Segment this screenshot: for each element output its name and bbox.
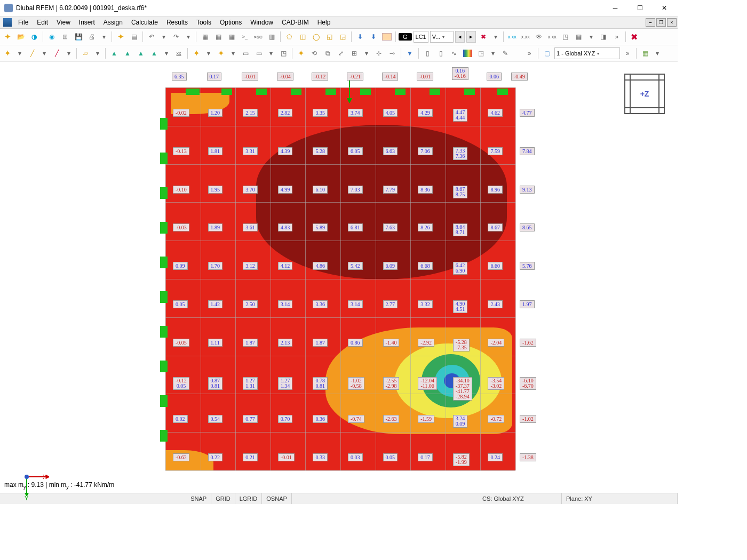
area-load-icon[interactable]: ▭	[240, 47, 251, 59]
status-lgrid[interactable]: LGRID	[235, 493, 263, 504]
support-1-icon[interactable]: ▲	[108, 47, 120, 59]
delete-results-icon[interactable]: ✖	[478, 31, 489, 43]
lasso-icon[interactable]: ◯	[310, 31, 322, 43]
cs-icon[interactable]: ▢	[541, 47, 553, 59]
move-tool-icon[interactable]: ✦	[295, 47, 307, 59]
mdi-minimize[interactable]: ‒	[646, 18, 655, 27]
menu-calculate[interactable]: Calculate	[127, 19, 162, 26]
view-dd[interactable]: ▾	[653, 47, 662, 59]
tool-dd[interactable]: ▾	[362, 47, 371, 59]
view-settings-icon[interactable]: ▦	[639, 47, 651, 59]
load-icon-2[interactable]: ⬇	[368, 31, 379, 43]
menu-window[interactable]: Window	[246, 19, 277, 26]
overflow-1[interactable]: »	[611, 31, 623, 43]
show-contour-icon[interactable]: ◨	[598, 31, 609, 43]
nodal-load-dd[interactable]: ▾	[204, 47, 213, 59]
loadcase-filter-combo[interactable]: V...▾	[430, 31, 454, 43]
release-icon[interactable]: xx	[173, 47, 185, 59]
navigation-cube[interactable]: +Z	[624, 74, 665, 114]
line-load-dd[interactable]: ▾	[228, 47, 238, 59]
undo-icon[interactable]: ↶	[146, 31, 157, 43]
show-mesh-icon[interactable]: x.xx	[520, 31, 531, 43]
solid-results-icon[interactable]: ◳	[475, 47, 487, 59]
line-icon[interactable]: ╱	[26, 47, 38, 59]
menu-cad-bim[interactable]: CAD-BIM	[277, 19, 313, 26]
show-solid-icon[interactable]: ▦	[573, 31, 585, 43]
clear-icon[interactable]: ✖	[629, 31, 640, 43]
filter-icon[interactable]: ▼	[404, 47, 416, 59]
window-select-icon[interactable]: ◫	[297, 31, 308, 43]
select-icon[interactable]: ⬠	[283, 31, 295, 43]
support-2-icon[interactable]: ▲	[122, 47, 133, 59]
nodal-load-icon[interactable]: ✦	[190, 47, 202, 59]
window-maximize[interactable]: ☐	[627, 0, 652, 16]
loadcase-prev[interactable]: ◄	[455, 31, 465, 43]
cs-combo[interactable]: 1 - Global XYZ▾	[554, 47, 620, 59]
star-btn-1[interactable]: ✦	[2, 47, 13, 59]
crossing-icon[interactable]: ◲	[337, 31, 348, 43]
support-4-icon[interactable]: ▲	[148, 47, 160, 59]
support-3-icon[interactable]: ▲	[135, 47, 147, 59]
section-2-icon[interactable]: ▯	[435, 47, 447, 59]
save-icon[interactable]: 💾	[73, 31, 84, 43]
show-dd[interactable]: ▾	[586, 31, 596, 43]
print-icon[interactable]: 🖨	[86, 31, 98, 43]
print-dropdown-icon[interactable]: ▾	[99, 31, 109, 43]
viewport[interactable]: +Z XY max my : 9.13 | min my : -41.77 kN…	[0, 62, 678, 493]
probe-icon[interactable]: ✎	[499, 47, 511, 59]
star-dd-1[interactable]: ▾	[15, 47, 25, 59]
new-icon[interactable]: ✦	[2, 31, 13, 43]
solid-load-icon[interactable]: ▭	[253, 47, 265, 59]
menu-help[interactable]: Help	[313, 19, 335, 26]
open-icon[interactable]: 📂	[15, 31, 27, 43]
block-manager-icon[interactable]: ◑	[28, 31, 40, 43]
report-icon[interactable]: ▤	[128, 31, 140, 43]
mirror-tool-icon[interactable]: ⧉	[322, 47, 333, 59]
load-icon-1[interactable]: ⬇	[354, 31, 366, 43]
surface-dd[interactable]: ▾	[93, 47, 102, 59]
line-dd[interactable]: ▾	[39, 47, 49, 59]
window-close[interactable]: ✕	[652, 0, 677, 16]
solid-load-dd[interactable]: ▾	[266, 47, 276, 59]
line-load-icon[interactable]: ✦	[215, 47, 227, 59]
surface-icon[interactable]: ▱	[80, 47, 91, 59]
model-check-icon[interactable]: ◉	[46, 31, 58, 43]
mesh-icon[interactable]: ⊞	[59, 31, 71, 43]
menu-insert[interactable]: Insert	[75, 19, 99, 26]
script-icon[interactable]: >SC	[252, 31, 264, 43]
curve-dd[interactable]: ▾	[64, 47, 74, 59]
trim-icon[interactable]: ⊸	[386, 47, 398, 59]
status-grid[interactable]: GRID	[211, 493, 235, 504]
window-minimize[interactable]: ─	[603, 0, 627, 16]
table1-icon[interactable]: ▦	[199, 31, 211, 43]
menu-tools[interactable]: Tools	[192, 19, 216, 26]
extend-icon[interactable]: ⊹	[373, 47, 385, 59]
scale-tool-icon[interactable]: ⤢	[335, 47, 347, 59]
status-osnap[interactable]: OSNAP	[262, 493, 292, 504]
overflow-3[interactable]: »	[622, 47, 633, 59]
loadcase-next[interactable]: ►	[466, 31, 476, 43]
menu-assign[interactable]: Assign	[99, 19, 127, 26]
console-icon[interactable]: >_	[239, 31, 251, 43]
overflow-2[interactable]: »	[523, 47, 535, 59]
status-snap[interactable]: SNAP	[186, 493, 211, 504]
menu-edit[interactable]: Edit	[33, 19, 52, 26]
menu-file[interactable]: File	[14, 19, 33, 26]
show-values-icon[interactable]: x.xx	[506, 31, 518, 43]
support-dd[interactable]: ▾	[162, 47, 171, 59]
delete-dd[interactable]: ▾	[491, 31, 500, 43]
array-tool-icon[interactable]: ⊞	[348, 47, 360, 59]
isoband-icon[interactable]	[462, 47, 473, 59]
loadcase-type-pill[interactable]: G	[399, 33, 412, 41]
solid-dd[interactable]: ▾	[488, 47, 498, 59]
mdi-restore[interactable]: ❐	[656, 18, 666, 27]
result-contour-plot[interactable]: 6.350.17-0.01-0.04-0.12-0.21-0.14-0.010.…	[165, 87, 515, 470]
menu-results[interactable]: Results	[162, 19, 192, 26]
menu-view[interactable]: View	[52, 19, 75, 26]
section-1-icon[interactable]: ▯	[422, 47, 433, 59]
curve-icon[interactable]: ╱	[51, 47, 62, 59]
show-iso-icon[interactable]: ◳	[560, 31, 571, 43]
prev-select-icon[interactable]: ◱	[323, 31, 335, 43]
props-icon[interactable]: ▥	[266, 31, 277, 43]
loadcase-combo[interactable]: LC1	[414, 31, 428, 43]
